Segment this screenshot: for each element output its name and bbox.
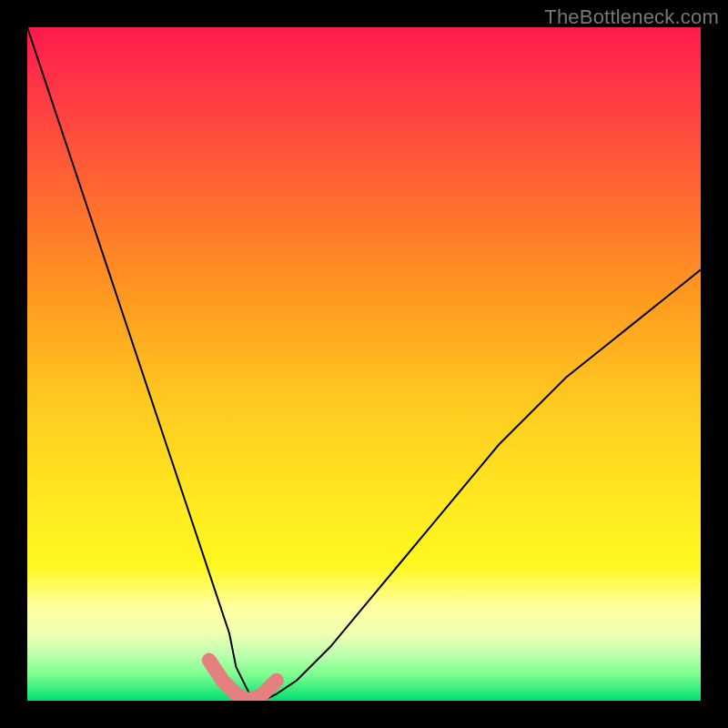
plot-area — [27, 27, 701, 701]
outer-frame: TheBottleneck.com — [0, 0, 728, 728]
bottleneck-curve-path — [27, 27, 701, 701]
watermark-text: TheBottleneck.com — [544, 5, 719, 29]
curve-overlay — [27, 27, 701, 701]
